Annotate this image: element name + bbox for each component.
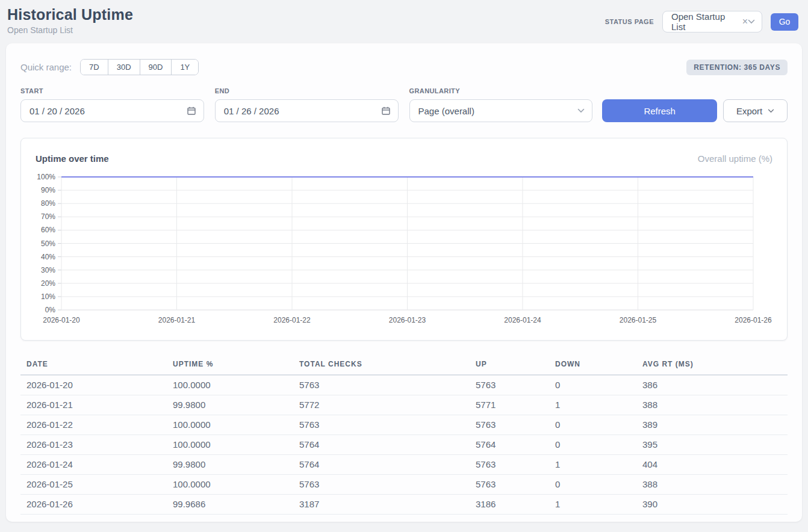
- retention-badge: RETENTION: 365 DAYS: [686, 60, 788, 75]
- end-date-input[interactable]: 01 / 26 / 2026: [215, 99, 399, 122]
- table-cell: 1: [549, 495, 636, 515]
- table-cell: 5763: [470, 475, 549, 495]
- chevron-down-icon: [768, 109, 774, 113]
- table-cell: 389: [636, 415, 788, 435]
- start-field: START 01 / 20 / 2026: [20, 87, 204, 122]
- chart-header: Uptime over time Overall uptime (%): [36, 153, 772, 164]
- go-button[interactable]: Go: [771, 13, 798, 31]
- column-header-up: UP: [470, 356, 549, 375]
- table-cell: 388: [636, 395, 788, 415]
- svg-text:10%: 10%: [41, 292, 55, 301]
- uptime-line-chart: 0%10%20%30%40%50%60%70%80%90%100%2026-01…: [21, 138, 787, 340]
- export-button[interactable]: Export: [723, 99, 788, 122]
- chevron-down-icon: [577, 108, 585, 113]
- quick-range-30d-button[interactable]: 30D: [108, 60, 140, 75]
- table-cell: 2026-01-26: [20, 495, 167, 515]
- end-date-value: 01 / 26 / 2026: [224, 106, 279, 116]
- svg-text:80%: 80%: [41, 199, 55, 208]
- column-header-uptime: UPTIME %: [167, 356, 293, 375]
- table-cell: 5772: [293, 395, 470, 415]
- end-field: END 01 / 26 / 2026: [215, 87, 399, 122]
- page-title: Historical Uptime: [7, 6, 133, 23]
- table-cell: 100.0000: [167, 415, 293, 435]
- table-cell: 100.0000: [167, 375, 293, 395]
- chevron-down-icon: [748, 19, 755, 24]
- table-cell: 1: [549, 395, 636, 415]
- quick-range-7d-button[interactable]: 7D: [81, 60, 108, 75]
- table-row: 2026-01-2199.9800577257711388: [20, 395, 788, 415]
- quick-range-1y-button[interactable]: 1Y: [171, 60, 198, 75]
- svg-text:40%: 40%: [41, 253, 55, 261]
- table-cell: 404: [636, 455, 788, 475]
- table-cell: 99.9800: [167, 395, 293, 415]
- table-row: 2026-01-2499.9800576457631404: [20, 455, 788, 475]
- export-button-label: Export: [736, 106, 762, 116]
- table-cell: 100.0000: [167, 435, 293, 455]
- svg-text:30%: 30%: [41, 266, 55, 274]
- table-cell: 99.9686: [167, 495, 293, 515]
- svg-text:2026-01-25: 2026-01-25: [620, 316, 657, 324]
- status-page-label: STATUS PAGE: [605, 18, 654, 25]
- title-block: Historical Uptime Open Startup List: [7, 5, 133, 35]
- table-cell: 5771: [470, 395, 549, 415]
- column-header-down: DOWN: [549, 356, 636, 375]
- table-cell: 2026-01-25: [20, 475, 167, 495]
- svg-text:60%: 60%: [41, 226, 55, 234]
- svg-text:90%: 90%: [41, 186, 55, 194]
- calendar-icon[interactable]: [187, 106, 196, 116]
- table-cell: 2026-01-20: [20, 375, 167, 395]
- table-row: 2026-01-20100.0000576357630386: [20, 375, 788, 395]
- table-cell: 0: [549, 475, 636, 495]
- table-header: DATE UPTIME % TOTAL CHECKS UP DOWN AVG R…: [20, 356, 788, 375]
- table-cell: 5763: [470, 375, 549, 395]
- svg-text:100%: 100%: [37, 173, 55, 181]
- quick-range-group: 7D30D90D1Y: [80, 59, 199, 75]
- table-cell: 0: [549, 415, 636, 435]
- status-page-select[interactable]: Open Startup List ×: [662, 11, 762, 32]
- table-cell: 2026-01-22: [20, 415, 167, 435]
- table-cell: 5763: [470, 455, 549, 475]
- column-header-avg-rt: AVG RT (MS): [636, 356, 788, 375]
- quick-range-90d-button[interactable]: 90D: [140, 60, 172, 75]
- uptime-chart-card: Uptime over time Overall uptime (%) 0%10…: [20, 138, 788, 341]
- svg-text:2026-01-23: 2026-01-23: [389, 316, 426, 324]
- svg-text:70%: 70%: [41, 212, 55, 221]
- svg-text:2026-01-22: 2026-01-22: [273, 316, 311, 324]
- svg-text:2026-01-24: 2026-01-24: [504, 316, 541, 324]
- refresh-button[interactable]: Refresh: [602, 99, 717, 122]
- clear-icon[interactable]: ×: [742, 16, 748, 27]
- table-cell: 99.9800: [167, 455, 293, 475]
- end-label: END: [215, 87, 399, 94]
- start-date-input[interactable]: 01 / 20 / 2026: [20, 99, 204, 122]
- table-row: 2026-01-22100.0000576357630389: [20, 415, 788, 435]
- table-row: 2026-01-25100.0000576357630388: [20, 475, 788, 495]
- start-label: START: [20, 87, 204, 94]
- uptime-table-body: 2026-01-20100.00005763576303862026-01-21…: [20, 375, 788, 515]
- table-cell: 2026-01-24: [20, 455, 167, 475]
- chart-legend-label: Overall uptime (%): [698, 153, 772, 164]
- table-row: 2026-01-2699.9686318731861390: [20, 495, 788, 515]
- page-subtitle: Open Startup List: [7, 25, 133, 35]
- table-cell: 5763: [293, 475, 470, 495]
- column-header-date: DATE: [20, 356, 167, 375]
- quick-range-row: Quick range: 7D30D90D1Y RETENTION: 365 D…: [20, 59, 788, 75]
- table-cell: 2026-01-23: [20, 435, 167, 455]
- column-header-total-checks: TOTAL CHECKS: [293, 356, 470, 375]
- chart-title: Uptime over time: [36, 153, 109, 164]
- table-cell: 100.0000: [167, 475, 293, 495]
- table-cell: 1: [549, 455, 636, 475]
- uptime-table: DATE UPTIME % TOTAL CHECKS UP DOWN AVG R…: [20, 356, 788, 515]
- table-cell: 395: [636, 435, 788, 455]
- svg-text:2026-01-26: 2026-01-26: [735, 316, 772, 324]
- quick-range-label: Quick range:: [20, 62, 72, 72]
- granularity-field: GRANULARITY Page (overall): [409, 87, 593, 122]
- granularity-select[interactable]: Page (overall): [409, 99, 593, 122]
- filters-row: START 01 / 20 / 2026 END 01 / 26 / 2026 …: [20, 87, 788, 122]
- table-cell: 3187: [293, 495, 470, 515]
- svg-text:2026-01-21: 2026-01-21: [158, 316, 196, 324]
- status-page-select-value: Open Startup List: [671, 11, 742, 32]
- table-cell: 0: [549, 435, 636, 455]
- table-cell: 2026-01-21: [20, 395, 167, 415]
- calendar-icon[interactable]: [381, 106, 391, 116]
- svg-text:50%: 50%: [41, 240, 55, 248]
